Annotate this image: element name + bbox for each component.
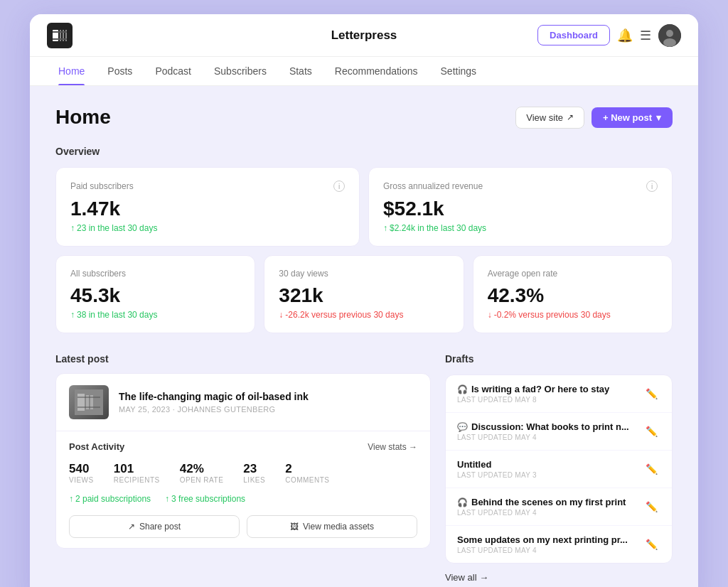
- post-activity: Post Activity View stats → 540 VIEWS 101…: [56, 431, 430, 548]
- svg-point-8: [666, 30, 673, 37]
- draft-item-4: Some updates on my next printing pr... L…: [446, 526, 672, 563]
- main-nav: Home Posts Podcast Subscribers Stats Rec…: [30, 57, 698, 86]
- overview-title: Overview: [55, 146, 673, 157]
- stat-card-open-rate: Average open rate 42.3% -0.2% versus pre…: [473, 255, 673, 333]
- draft-icon-0: 🎧: [457, 384, 468, 394]
- stat-label-paid: Paid subscribers i: [70, 181, 345, 192]
- post-stat-views: 540 VIEWS: [69, 462, 94, 484]
- drafts-title: Drafts: [445, 353, 673, 365]
- dashboard-button[interactable]: Dashboard: [537, 25, 610, 45]
- overview-bottom-row: All subscribers 45.3k 38 in the last 30 …: [55, 255, 673, 333]
- post-actions: ↗ Share post 🖼 View media assets: [69, 515, 417, 538]
- nav-item-stats[interactable]: Stats: [278, 57, 323, 85]
- svg-rect-11: [77, 394, 85, 411]
- stat-label-views: 30 day views: [279, 269, 449, 279]
- paid-subs-badge: ↑ 2 paid subscriptions: [69, 494, 151, 504]
- drafts-list: 🎧 Is writing a fad? Or here to stay LAST…: [445, 375, 673, 564]
- bell-button[interactable]: 🔔: [617, 28, 633, 43]
- avatar[interactable]: [658, 24, 681, 47]
- stat-change-open: -0.2% versus previous 30 days: [488, 310, 658, 320]
- post-info: The life-changing magic of oil-based ink…: [119, 391, 309, 414]
- draft-item-1: 💬 Discussion: What books to print n... L…: [446, 413, 672, 451]
- post-activity-label: Post Activity: [69, 441, 124, 452]
- post-stat-label-recipients: RECIPIENTS: [114, 476, 160, 484]
- view-media-button[interactable]: 🖼 View media assets: [247, 515, 417, 538]
- nav-item-settings[interactable]: Settings: [429, 57, 488, 85]
- draft-edit-button-0[interactable]: ✏️: [643, 385, 660, 402]
- draft-edit-button-1[interactable]: ✏️: [643, 423, 660, 440]
- draft-item-2: Untitled LAST UPDATED MAY 3 ✏️: [446, 451, 672, 488]
- nav-item-home[interactable]: Home: [47, 57, 96, 85]
- draft-title-1: 💬 Discussion: What books to print n...: [457, 421, 629, 432]
- stat-value-open: 42.3%: [488, 284, 658, 307]
- bottom-grid: Latest post: [55, 353, 673, 583]
- stat-value-paid: 1.47k: [70, 198, 345, 220]
- nav-item-posts[interactable]: Posts: [96, 57, 144, 85]
- draft-title-4: Some updates on my next printing pr...: [457, 534, 628, 545]
- post-activity-header: Post Activity View stats →: [69, 441, 417, 452]
- view-stats-link[interactable]: View stats →: [368, 442, 417, 452]
- draft-edit-button-3[interactable]: ✏️: [643, 498, 660, 515]
- view-site-button[interactable]: View site ↗: [515, 107, 584, 129]
- draft-edit-button-2[interactable]: ✏️: [643, 461, 660, 478]
- up-arrow-icon-2: [383, 223, 387, 233]
- app-title: Letterpress: [331, 28, 397, 43]
- draft-info-2: Untitled LAST UPDATED MAY 3: [457, 459, 537, 479]
- draft-edit-button-4[interactable]: ✏️: [643, 536, 660, 553]
- stat-label-all: All subscribers: [70, 269, 240, 279]
- post-stat-comments: 2 COMMENTS: [285, 462, 329, 484]
- up-arrow-icon-3: [70, 310, 75, 320]
- post-stat-recipients: 101 RECIPIENTS: [114, 462, 160, 484]
- draft-icon-3: 🎧: [457, 497, 468, 507]
- down-arrow-icon-2: [488, 310, 492, 320]
- free-subs-badge: ↑ 3 free subscriptions: [165, 494, 245, 504]
- draft-date-4: LAST UPDATED MAY 4: [457, 546, 628, 554]
- draft-info-1: 💬 Discussion: What books to print n... L…: [457, 421, 629, 441]
- nav-item-subscribers[interactable]: Subscribers: [203, 57, 278, 85]
- post-stat-value-comments: 2: [285, 462, 291, 476]
- drafts-section: Drafts 🎧 Is writing a fad? Or here to st…: [445, 353, 673, 583]
- view-all-link[interactable]: View all →: [445, 572, 673, 583]
- post-card: The life-changing magic of oil-based ink…: [55, 373, 431, 549]
- latest-post-section: Latest post: [55, 353, 431, 583]
- nav-item-podcast[interactable]: Podcast: [144, 57, 203, 85]
- draft-title-0: 🎧 Is writing a fad? Or here to stay: [457, 384, 609, 394]
- draft-item-0: 🎧 Is writing a fad? Or here to stay LAST…: [446, 375, 672, 413]
- nav-item-recommendations[interactable]: Recommendations: [323, 57, 429, 85]
- post-card-title: The life-changing magic of oil-based ink: [119, 391, 309, 402]
- header-actions: Dashboard 🔔 ☰: [537, 24, 681, 47]
- post-stat-value-open: 42%: [180, 462, 204, 476]
- share-post-button[interactable]: ↗ Share post: [69, 515, 240, 538]
- bell-icon: 🔔: [617, 28, 633, 43]
- post-card-header: The life-changing magic of oil-based ink…: [56, 374, 430, 431]
- new-post-button[interactable]: + New post ▾: [592, 107, 673, 128]
- post-thumbnail: [69, 385, 109, 419]
- info-icon-paid[interactable]: i: [333, 181, 345, 192]
- menu-button[interactable]: ☰: [640, 28, 651, 43]
- post-stat-label-views: VIEWS: [69, 476, 94, 484]
- main-content: Home View site ↗ + New post ▾ Overview P: [30, 86, 698, 587]
- chevron-down-icon: ▾: [656, 112, 661, 123]
- svg-rect-5: [53, 31, 67, 33]
- down-arrow-icon: [279, 310, 283, 320]
- view-site-label: View site: [526, 112, 563, 123]
- up-arrow-icon: [70, 223, 75, 233]
- page-title: Home: [55, 106, 111, 129]
- overview-section: Overview Paid subscribers i 1.47k 23 in …: [55, 146, 673, 333]
- page-header-actions: View site ↗ + New post ▾: [515, 107, 673, 129]
- stat-value-all: 45.3k: [70, 284, 240, 307]
- up-arrow-free: ↑: [165, 494, 169, 504]
- draft-info-4: Some updates on my next printing pr... L…: [457, 534, 628, 554]
- share-icon: ↗: [128, 522, 135, 532]
- post-stat-label-open: OPEN RATE: [180, 476, 224, 484]
- new-post-label: + New post: [603, 112, 652, 123]
- overview-top-row: Paid subscribers i 1.47k 23 in the last …: [55, 167, 673, 247]
- post-stat-value-views: 540: [69, 462, 89, 476]
- draft-title-2: Untitled: [457, 459, 537, 470]
- post-stat-value-likes: 23: [243, 462, 257, 476]
- info-icon-revenue[interactable]: i: [646, 181, 658, 192]
- post-stat-open-rate: 42% OPEN RATE: [180, 462, 224, 484]
- draft-date-1: LAST UPDATED MAY 4: [457, 433, 629, 441]
- latest-post-title: Latest post: [55, 353, 431, 365]
- stat-change-paid: 23 in the last 30 days: [70, 223, 345, 233]
